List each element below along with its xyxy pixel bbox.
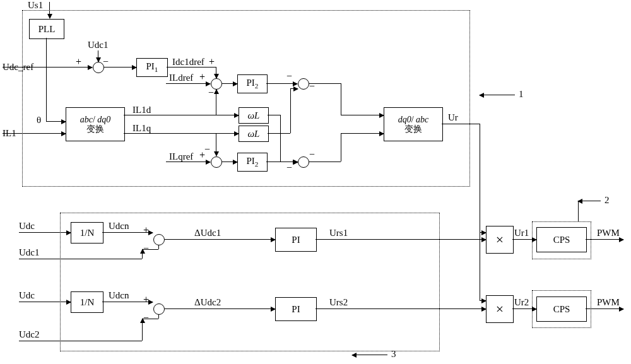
wire (142, 319, 158, 319)
block-dq0-abc-label: dq0/ abc变换 (398, 115, 429, 134)
block-wl-bot-label: ωL (248, 129, 260, 139)
block-pi2-bot-label: PI2 (247, 156, 259, 168)
sign-plus: + (143, 225, 149, 235)
mult-a: × (486, 226, 514, 254)
label-udc1-top: Udc1 (88, 40, 109, 50)
wire (165, 308, 275, 309)
block-one-over-n-b: 1/N (71, 291, 103, 313)
block-abc-dq0: abc/ dq0变换 (66, 107, 125, 141)
sign-minus: − (103, 57, 109, 67)
sign-minus: − (208, 88, 214, 98)
block-cps-a-label: CPS (553, 235, 570, 245)
label-pwm-a: PWM (597, 228, 620, 238)
wire (341, 133, 341, 161)
wire (19, 232, 71, 233)
sign-minus: − (204, 144, 210, 155)
block-cps-b: CPS (536, 296, 587, 322)
block-pi2-bot: PI2 (237, 153, 268, 172)
wire (586, 308, 623, 309)
block-cps-b-label: CPS (553, 304, 570, 315)
sign-minus: − (286, 163, 292, 173)
wire (512, 308, 536, 309)
label-udcn-a: Udcn (109, 221, 129, 232)
label-dudc1: ΔUdc1 (194, 228, 221, 238)
wire (586, 239, 623, 240)
block-pi1-label: PI1 (146, 61, 158, 73)
block-wl-top-label: ωL (248, 110, 260, 121)
wire (316, 308, 486, 309)
label-udc2-b: Udc2 (19, 329, 40, 340)
wire (158, 315, 159, 319)
sign-plus: + (209, 57, 215, 67)
block-pi2-top-label: PI2 (247, 78, 259, 90)
wire (266, 161, 297, 162)
block-abc-dq0-label: abc/ dq0变换 (80, 115, 111, 134)
block-one-over-n-a: 1/N (71, 222, 103, 244)
wire (166, 161, 210, 162)
wire (316, 239, 486, 240)
mult-b-label: × (496, 301, 504, 317)
label-idc1dref: Idc1dref (172, 57, 204, 68)
block-one-over-n-b-label: 1/N (80, 297, 95, 308)
wire (268, 115, 280, 115)
wire (166, 83, 210, 84)
wire (309, 83, 341, 84)
wire (216, 115, 239, 115)
wire (49, 2, 50, 18)
wire (341, 133, 384, 134)
block-pi-b-label: PI (292, 304, 300, 315)
label-anno3: 3 (391, 349, 396, 360)
wire (3, 133, 66, 134)
sign-plus: + (76, 57, 81, 67)
sign-plus: + (199, 72, 205, 82)
block-pi-a-label: PI (292, 235, 300, 245)
leader-3 (352, 355, 387, 355)
block-wl-top: ωL (239, 107, 269, 124)
sum-d-out (298, 78, 309, 90)
label-anno1: 1 (519, 89, 524, 100)
wire (19, 259, 142, 259)
sum-a (153, 234, 165, 245)
wire (480, 232, 486, 233)
wire (280, 115, 281, 161)
mult-b: × (486, 295, 514, 323)
block-one-over-n-a-label: 1/N (80, 228, 95, 238)
sign-minus: − (309, 150, 315, 160)
label-udc1-a: Udc1 (19, 247, 40, 258)
wire (290, 88, 298, 89)
wire (480, 300, 486, 301)
sign-minus: − (286, 71, 292, 81)
wire (266, 83, 297, 84)
wire (216, 67, 216, 78)
label-ilqref: ILqref (169, 151, 193, 162)
label-udcn-b: Udcn (109, 290, 129, 301)
wire (512, 239, 536, 240)
wire (19, 341, 142, 341)
wire (165, 239, 275, 240)
block-cps-a: CPS (536, 227, 587, 252)
wire (142, 249, 143, 259)
label-il1q: IL1q (133, 123, 151, 134)
label-urs1: Urs1 (329, 228, 348, 238)
block-wl-bot: ωL (239, 126, 269, 142)
wire (341, 83, 341, 115)
leader-1 (480, 95, 515, 95)
wire (142, 249, 158, 250)
block-pll: PLL (29, 19, 64, 39)
wire (480, 124, 480, 300)
wire (222, 83, 237, 84)
wire (46, 121, 66, 122)
sum-q (211, 156, 222, 168)
sum-b (153, 303, 165, 315)
label-urs2: Urs2 (329, 297, 348, 308)
wire (442, 124, 480, 124)
wire (158, 245, 159, 249)
wire (104, 67, 136, 68)
sum-q-out (298, 156, 309, 168)
label-ur1: Ur1 (514, 228, 529, 238)
wire (216, 133, 216, 156)
block-pi2-top: PI2 (237, 74, 268, 93)
label-anno2: 2 (604, 195, 610, 206)
block-pi1: PI1 (136, 58, 168, 77)
wire (19, 302, 71, 302)
